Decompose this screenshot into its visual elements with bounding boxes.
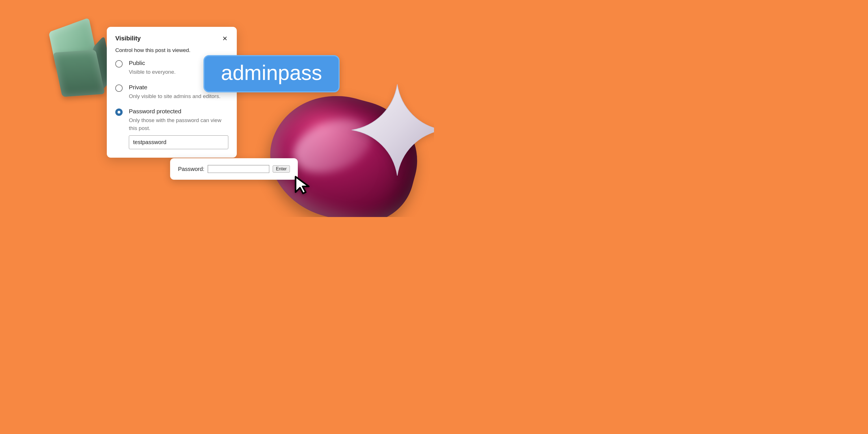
password-input[interactable] bbox=[208, 165, 269, 173]
password-label: Password: bbox=[178, 166, 204, 173]
cursor-icon bbox=[291, 174, 314, 196]
panel-title: Visibility bbox=[115, 35, 141, 42]
option-desc: Only visible to site admins and editors. bbox=[129, 92, 228, 100]
close-icon bbox=[222, 36, 227, 41]
radio-icon-selected bbox=[115, 108, 123, 116]
panel-subtitle: Control how this post is viewed. bbox=[115, 47, 228, 53]
password-prompt: Password: Enter bbox=[170, 158, 298, 180]
visibility-option-password[interactable]: Password protected Only those with the p… bbox=[115, 108, 228, 149]
enter-button[interactable]: Enter bbox=[273, 165, 290, 173]
cube-decoration bbox=[42, 19, 112, 102]
close-button[interactable] bbox=[221, 35, 228, 42]
adminpass-badge: adminpass bbox=[204, 55, 340, 92]
radio-icon bbox=[115, 85, 123, 92]
radio-icon bbox=[115, 60, 123, 67]
option-label: Password protected bbox=[129, 108, 228, 115]
option-desc: Only those with the password can view th… bbox=[129, 116, 228, 132]
post-password-input[interactable] bbox=[129, 135, 228, 149]
star-decoration bbox=[349, 82, 434, 178]
